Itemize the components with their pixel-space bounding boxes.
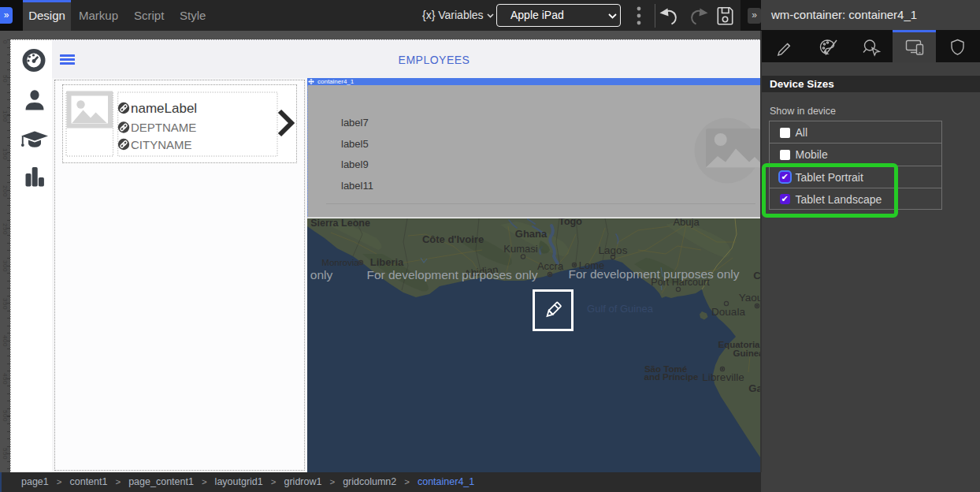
svg-text:Monrovia: Monrovia <box>321 258 359 267</box>
svg-text:Côte d'Ivoire: Côte d'Ivoire <box>422 233 484 245</box>
svg-text:Liberia: Liberia <box>370 256 404 268</box>
svg-text:Kumasi: Kumasi <box>503 243 537 255</box>
svg-text:only: only <box>310 268 333 281</box>
svg-text:Guinea: Guinea <box>733 348 761 358</box>
svg-text:Yaou: Yaou <box>739 292 761 304</box>
svg-text:Togo: Togo <box>559 218 582 227</box>
svg-text:Abuja: Abuja <box>673 218 700 228</box>
svg-text:Douala: Douala <box>711 306 745 318</box>
svg-text:Sierra Leone: Sierra Leone <box>310 218 370 229</box>
svg-text:Libreville: Libreville <box>702 371 744 383</box>
svg-text:For development purposes only: For development purposes only <box>568 267 739 281</box>
svg-text:For development purposes only: For development purposes only <box>366 268 537 281</box>
svg-text:and Príncipe: and Príncipe <box>644 372 698 382</box>
svg-text:Lagos: Lagos <box>599 244 628 256</box>
svg-text:Accra: Accra <box>537 260 564 272</box>
svg-text:Gulf of Guinea: Gulf of Guinea <box>587 303 654 315</box>
svg-text:Ghana: Ghana <box>515 228 548 240</box>
